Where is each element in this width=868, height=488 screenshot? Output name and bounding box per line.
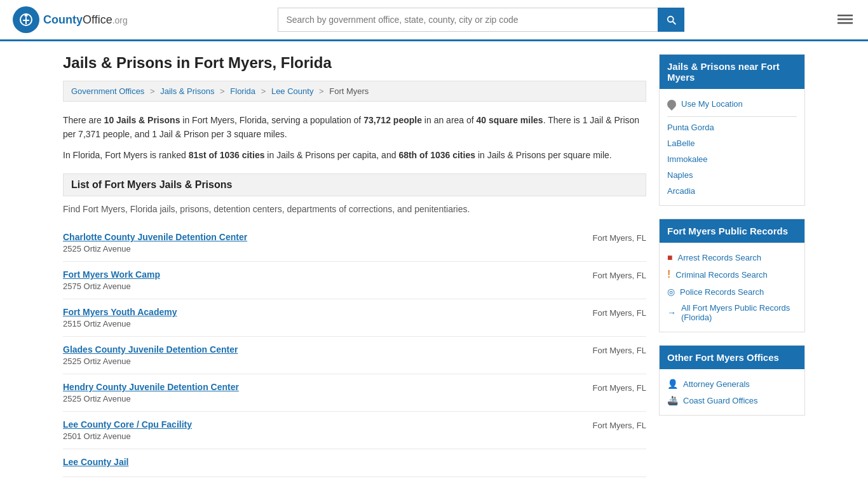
facility-item: Lee County Jail	[63, 449, 646, 477]
info-paragraph-2: In Florida, Fort Myers is ranked 81st of…	[63, 148, 646, 162]
facility-item: Charlotte County Juvenile Detention Cent…	[63, 224, 646, 262]
facility-city: Fort Myers, FL	[592, 232, 646, 243]
search-input[interactable]	[278, 8, 658, 32]
sidebar-link-labelle[interactable]: LaBelle	[667, 135, 797, 151]
facility-name[interactable]: Fort Myers Work Camp	[63, 269, 160, 280]
facility-name[interactable]: Fort Myers Youth Academy	[63, 307, 177, 317]
facility-item: Lee County Core / Cpu Facility 2501 Orti…	[63, 412, 646, 449]
breadcrumb: Government Offices > Jails & Prisons > F…	[63, 81, 646, 102]
sidebar-link-immokalee[interactable]: Immokalee	[667, 151, 797, 167]
facility-address: 2525 Ortiz Avenue	[63, 244, 247, 254]
facility-city: Fort Myers, FL	[592, 307, 646, 318]
facility-item: Fort Myers Work Camp 2575 Ortiz Avenue F…	[63, 262, 646, 299]
sidebar-link-attorney-generals[interactable]: 👤 Attorney Generals	[667, 376, 797, 392]
search-area	[278, 8, 684, 32]
facility-address: 2575 Ortiz Avenue	[63, 281, 160, 291]
logo-text: CountyOffice.org	[43, 13, 128, 27]
facility-city: Fort Myers, FL	[592, 382, 646, 393]
facility-name[interactable]: Hendry County Juvenile Detention Center	[63, 382, 239, 392]
search-icon	[665, 14, 677, 25]
sidebar-other-offices-header: Other Fort Myers Offices	[660, 346, 804, 369]
facility-address: 2525 Ortiz Avenue	[63, 394, 239, 403]
site-header: CountyOffice.org	[0, 0, 868, 41]
facility-item: Glades County Juvenile Detention Center …	[63, 337, 646, 374]
arrow-icon: →	[667, 308, 676, 318]
criminal-icon: !	[667, 269, 670, 280]
main-container: Jails & Prisons in Fort Myers, Florida G…	[53, 41, 815, 488]
sidebar-jails-near-header: Jails & Prisons near Fort Myers	[660, 55, 804, 89]
sidebar-link-criminal-records[interactable]: ! Criminal Records Search	[667, 266, 797, 283]
svg-rect-6	[837, 18, 853, 20]
facility-name[interactable]: Charlotte County Juvenile Detention Cent…	[63, 232, 247, 242]
facility-item: Hendry County Juvenile Detention Center …	[63, 374, 646, 412]
facility-address: 2501 Ortiz Avenue	[63, 431, 192, 441]
svg-rect-7	[837, 22, 853, 24]
sidebar: Jails & Prisons near Fort Myers Use My L…	[659, 54, 805, 477]
sidebar-link-arcadia[interactable]: Arcadia	[667, 183, 797, 199]
list-section-header: List of Fort Myers Jails & Prisons	[63, 173, 646, 196]
sidebar-link-naples[interactable]: Naples	[667, 167, 797, 183]
sidebar-link-coast-guard[interactable]: 🚢 Coast Guard Offices	[667, 392, 797, 409]
logo-icon	[13, 6, 39, 33]
sidebar-link-arrest-records[interactable]: ■ Arrest Records Search	[667, 249, 797, 266]
hamburger-icon	[837, 11, 853, 27]
sidebar-public-records-body: ■ Arrest Records Search ! Criminal Recor…	[660, 243, 804, 332]
breadcrumb-jails[interactable]: Jails & Prisons	[160, 86, 214, 96]
breadcrumb-fort-myers: Fort Myers	[329, 86, 369, 96]
police-icon: ◎	[667, 287, 675, 297]
search-button[interactable]	[658, 8, 684, 32]
location-icon	[665, 98, 678, 111]
person-icon: 👤	[667, 379, 678, 389]
facility-address: 2515 Ortiz Avenue	[63, 319, 177, 329]
arrest-icon: ■	[667, 252, 672, 262]
divider	[667, 116, 797, 117]
breadcrumb-gov-offices[interactable]: Government Offices	[71, 86, 144, 96]
facility-item: Fort Myers Youth Academy 2515 Ortiz Aven…	[63, 299, 646, 337]
sidebar-public-records-header: Fort Myers Public Records	[660, 219, 804, 243]
facility-name[interactable]: Glades County Juvenile Detention Center	[63, 344, 238, 355]
facility-city: Fort Myers, FL	[592, 344, 646, 355]
sidebar-link-punta-gorda[interactable]: Punta Gorda	[667, 119, 797, 135]
sidebar-jails-near: Jails & Prisons near Fort Myers Use My L…	[659, 54, 805, 206]
svg-rect-5	[837, 15, 853, 17]
list-section-desc: Find Fort Myers, Florida jails, prisons,…	[63, 204, 646, 214]
sidebar-link-all-public-records[interactable]: → All Fort Myers Public Records (Florida…	[667, 300, 797, 325]
sidebar-other-offices-body: 👤 Attorney Generals 🚢 Coast Guard Office…	[660, 369, 804, 415]
facility-list: Charlotte County Juvenile Detention Cent…	[63, 224, 646, 477]
facility-city: Fort Myers, FL	[592, 269, 646, 280]
breadcrumb-florida[interactable]: Florida	[230, 86, 255, 96]
sidebar-link-police-records[interactable]: ◎ Police Records Search	[667, 283, 797, 300]
facility-city: Fort Myers, FL	[592, 419, 646, 430]
page-title: Jails & Prisons in Fort Myers, Florida	[63, 54, 646, 72]
content-area: Jails & Prisons in Fort Myers, Florida G…	[63, 54, 646, 477]
coast-guard-icon: 🚢	[667, 395, 678, 405]
svg-point-2	[25, 14, 28, 17]
facility-address: 2525 Ortiz Avenue	[63, 356, 238, 366]
info-paragraph-1: There are 10 Jails & Prisons in Fort Mye…	[63, 113, 646, 142]
sidebar-jails-near-body: Use My Location Punta Gorda LaBelle Immo…	[660, 89, 804, 205]
facility-name[interactable]: Lee County Jail	[63, 457, 128, 467]
sidebar-public-records: Fort Myers Public Records ■ Arrest Recor…	[659, 219, 805, 332]
breadcrumb-lee-county[interactable]: Lee County	[271, 86, 314, 96]
use-location-link[interactable]: Use My Location	[667, 95, 797, 114]
sidebar-other-offices: Other Fort Myers Offices 👤 Attorney Gene…	[659, 345, 805, 416]
logo-area: CountyOffice.org	[13, 6, 128, 33]
facility-name[interactable]: Lee County Core / Cpu Facility	[63, 419, 192, 430]
menu-button[interactable]	[835, 9, 855, 31]
